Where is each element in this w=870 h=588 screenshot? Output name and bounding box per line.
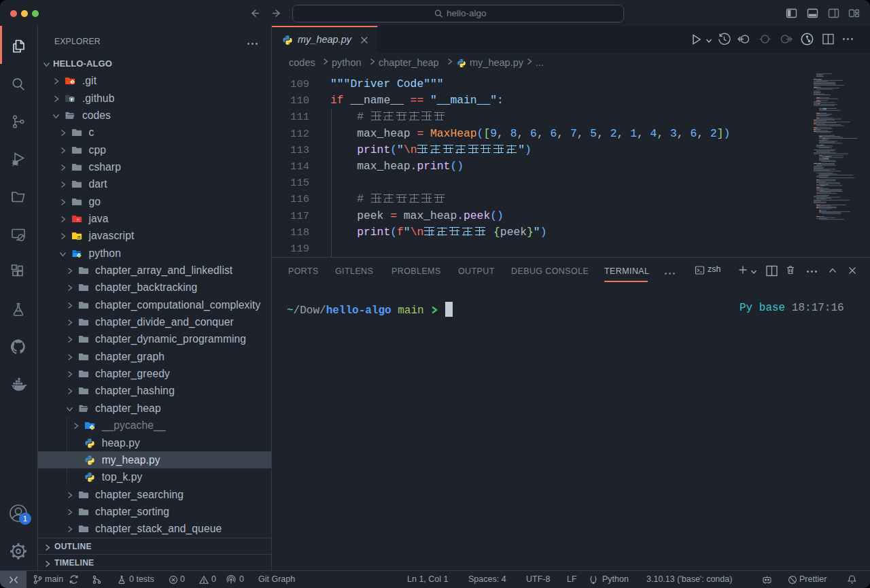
svg-text:JS: JS bbox=[77, 237, 81, 240]
